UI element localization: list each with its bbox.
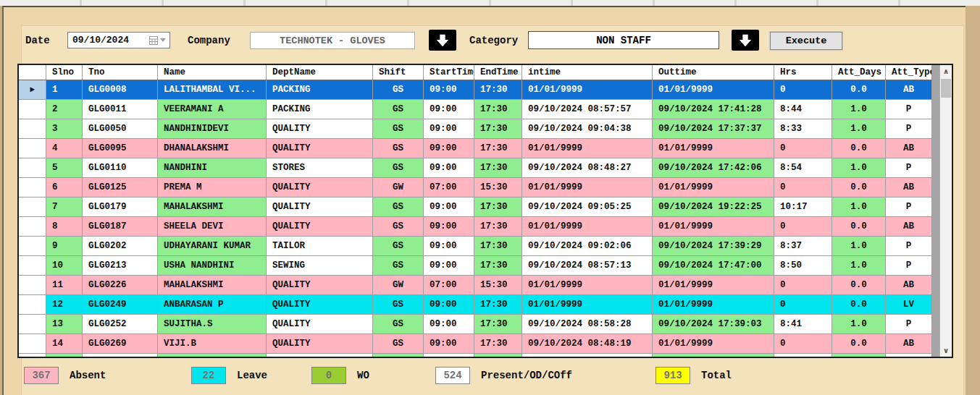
- table-cell[interactable]: GS: [373, 334, 424, 354]
- table-cell[interactable]: 10:17: [774, 198, 832, 217]
- table-cell[interactable]: GS: [373, 198, 424, 217]
- table-cell[interactable]: 09:00: [424, 119, 474, 139]
- table-cell[interactable]: 0.0: [832, 295, 886, 315]
- table-cell[interactable]: 01/01/9999: [653, 80, 774, 100]
- table-cell[interactable]: 01/01/9999: [653, 334, 774, 354]
- table-cell[interactable]: 09:00: [424, 139, 474, 158]
- table-row-6[interactable]: 6GLG0125PREMA MQUALITYGW07:0015:3001/01/…: [19, 178, 932, 198]
- table-cell[interactable]: 10: [46, 256, 83, 276]
- column-header-tno[interactable]: Tno: [83, 65, 158, 80]
- table-cell[interactable]: GLG0187: [83, 217, 158, 237]
- table-cell[interactable]: GLG0179: [83, 198, 158, 217]
- table-cell[interactable]: 09/10/2024 17:37:37: [653, 119, 774, 139]
- table-cell[interactable]: 09/10/2024 17:39:29: [653, 237, 774, 256]
- table-cell[interactable]: GS: [373, 315, 424, 334]
- table-cell[interactable]: LV: [886, 295, 932, 315]
- table-cell[interactable]: GS: [373, 80, 424, 100]
- table-cell[interactable]: AB: [886, 80, 932, 100]
- table-cell[interactable]: 09/10/2024 19:22:25: [653, 198, 774, 217]
- table-cell[interactable]: 0.0: [832, 276, 886, 295]
- table-cell[interactable]: 17:30: [474, 315, 522, 334]
- company-dropdown-button[interactable]: [429, 30, 456, 51]
- table-cell[interactable]: 17:30: [474, 80, 522, 100]
- table-cell[interactable]: QUALITY: [267, 315, 373, 334]
- table-cell[interactable]: QUALITY: [267, 198, 373, 217]
- column-header-starttime[interactable]: StartTime: [424, 65, 474, 80]
- table-cell[interactable]: 17:30: [474, 119, 522, 139]
- table-cell[interactable]: 0: [774, 295, 832, 315]
- table-cell[interactable]: 01/01/9999: [522, 295, 653, 315]
- table-cell[interactable]: 14: [46, 334, 83, 354]
- table-cell[interactable]: QUALITY: [267, 119, 373, 139]
- table-cell[interactable]: P: [886, 237, 932, 256]
- table-cell[interactable]: 01/01/9999: [653, 217, 774, 237]
- category-dropdown-button[interactable]: [732, 30, 759, 51]
- table-cell[interactable]: [158, 354, 267, 357]
- table-cell[interactable]: 0.0: [832, 139, 886, 158]
- table-cell[interactable]: GS: [373, 100, 424, 119]
- table-cell[interactable]: 01/01/9999: [653, 276, 774, 295]
- table-cell[interactable]: 01/01/9999: [522, 178, 653, 198]
- date-dropdown-icon[interactable]: [160, 38, 166, 42]
- column-header-intime[interactable]: intime: [522, 65, 653, 80]
- table-cell[interactable]: GW: [373, 276, 424, 295]
- table-cell[interactable]: 1: [46, 80, 83, 100]
- table-cell[interactable]: [83, 354, 158, 357]
- table-cell[interactable]: P: [886, 315, 932, 334]
- table-cell[interactable]: 8:41: [774, 315, 832, 334]
- table-cell[interactable]: GS: [373, 119, 424, 139]
- column-header-name[interactable]: Name: [158, 65, 267, 80]
- table-cell[interactable]: 09:00: [424, 295, 474, 315]
- company-field[interactable]: TECHNOTEK - GLOVES: [250, 32, 415, 49]
- table-cell[interactable]: 0: [774, 139, 832, 158]
- table-cell[interactable]: VIJI.B: [158, 334, 267, 354]
- table-cell[interactable]: 17:30: [474, 198, 522, 217]
- table-cell[interactable]: 11: [46, 276, 83, 295]
- table-cell[interactable]: [522, 354, 653, 357]
- table-cell[interactable]: 09/10/2024 08:58:28: [522, 315, 653, 334]
- table-cell[interactable]: 4: [46, 139, 83, 158]
- row-indicator-header[interactable]: [19, 65, 46, 80]
- table-row-2[interactable]: 2GLG0011VEERAMANI APACKINGGS09:0017:3009…: [19, 100, 932, 119]
- table-cell[interactable]: 09/10/2024 08:48:19: [522, 334, 653, 354]
- table-cell[interactable]: [424, 354, 474, 357]
- table-cell[interactable]: AB: [886, 276, 932, 295]
- table-cell[interactable]: MAHALAKSHMI: [158, 276, 267, 295]
- table-cell[interactable]: 1.0: [832, 237, 886, 256]
- table-cell[interactable]: 15:30: [474, 276, 522, 295]
- table-cell[interactable]: 3: [46, 119, 83, 139]
- column-header-att_days[interactable]: Att_Days: [832, 65, 886, 80]
- table-cell[interactable]: 09:00: [424, 217, 474, 237]
- table-cell[interactable]: PACKING: [267, 80, 373, 100]
- table-cell[interactable]: 01/01/9999: [522, 276, 653, 295]
- table-cell[interactable]: 17:30: [474, 237, 522, 256]
- table-cell[interactable]: ANBARASAN P: [158, 295, 267, 315]
- table-row-3[interactable]: 3GLG0050NANDHINIDEVIQUALITYGS09:0017:300…: [19, 119, 932, 139]
- table-cell[interactable]: DHANALAKSHMI: [158, 139, 267, 158]
- table-cell[interactable]: 09/10/2024 09:05:25: [522, 198, 653, 217]
- table-cell[interactable]: 15:30: [474, 178, 522, 198]
- table-cell[interactable]: GS: [373, 158, 424, 178]
- table-cell[interactable]: 17:30: [474, 139, 522, 158]
- table-cell[interactable]: 17:30: [474, 158, 522, 178]
- table-cell[interactable]: GS: [373, 217, 424, 237]
- table-cell[interactable]: 8:33: [774, 119, 832, 139]
- table-cell[interactable]: 09/10/2024 09:04:38: [522, 119, 653, 139]
- table-row-9[interactable]: 9GLG0202UDHAYARANI KUMARTAILORGS09:0017:…: [19, 237, 932, 256]
- table-cell[interactable]: 1.0: [832, 100, 886, 119]
- table-cell[interactable]: QUALITY: [267, 217, 373, 237]
- scroll-up-button[interactable]: ∧: [940, 65, 952, 77]
- table-cell[interactable]: 01/01/9999: [522, 217, 653, 237]
- column-header-endtime[interactable]: EndTime: [474, 65, 522, 80]
- table-cell[interactable]: 09:00: [424, 334, 474, 354]
- table-cell[interactable]: P: [886, 119, 932, 139]
- column-header-deptname[interactable]: DeptName: [267, 65, 373, 80]
- table-cell[interactable]: 1.0: [832, 256, 886, 276]
- table-cell[interactable]: 0: [774, 80, 832, 100]
- table-cell[interactable]: TAILOR: [267, 237, 373, 256]
- table-cell[interactable]: 09:00: [424, 198, 474, 217]
- scroll-down-button[interactable]: ∨: [940, 344, 952, 357]
- table-cell[interactable]: 0: [774, 217, 832, 237]
- table-cell[interactable]: 09/10/2024 17:42:06: [653, 158, 774, 178]
- table-cell[interactable]: [267, 354, 373, 357]
